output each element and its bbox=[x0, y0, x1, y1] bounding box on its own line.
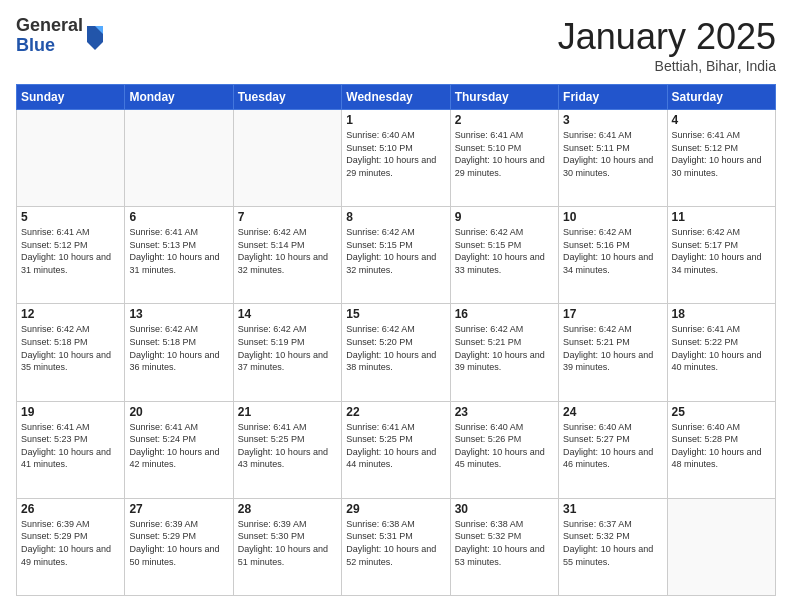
logo-blue: Blue bbox=[16, 35, 55, 55]
day-number: 4 bbox=[672, 113, 771, 127]
table-row: 15Sunrise: 6:42 AM Sunset: 5:20 PM Dayli… bbox=[342, 304, 450, 401]
day-info: Sunrise: 6:40 AM Sunset: 5:26 PM Dayligh… bbox=[455, 421, 554, 471]
table-row: 4Sunrise: 6:41 AM Sunset: 5:12 PM Daylig… bbox=[667, 110, 775, 207]
logo-icon bbox=[85, 22, 105, 50]
table-row: 11Sunrise: 6:42 AM Sunset: 5:17 PM Dayli… bbox=[667, 207, 775, 304]
title-block: January 2025 Bettiah, Bihar, India bbox=[558, 16, 776, 74]
day-number: 13 bbox=[129, 307, 228, 321]
day-number: 19 bbox=[21, 405, 120, 419]
table-row: 14Sunrise: 6:42 AM Sunset: 5:19 PM Dayli… bbox=[233, 304, 341, 401]
day-number: 9 bbox=[455, 210, 554, 224]
table-row: 13Sunrise: 6:42 AM Sunset: 5:18 PM Dayli… bbox=[125, 304, 233, 401]
day-number: 24 bbox=[563, 405, 662, 419]
day-info: Sunrise: 6:42 AM Sunset: 5:17 PM Dayligh… bbox=[672, 226, 771, 276]
day-number: 21 bbox=[238, 405, 337, 419]
logo-general: General bbox=[16, 15, 83, 35]
day-number: 12 bbox=[21, 307, 120, 321]
day-info: Sunrise: 6:42 AM Sunset: 5:15 PM Dayligh… bbox=[455, 226, 554, 276]
day-number: 27 bbox=[129, 502, 228, 516]
location: Bettiah, Bihar, India bbox=[558, 58, 776, 74]
day-info: Sunrise: 6:39 AM Sunset: 5:29 PM Dayligh… bbox=[129, 518, 228, 568]
day-info: Sunrise: 6:42 AM Sunset: 5:18 PM Dayligh… bbox=[129, 323, 228, 373]
table-row: 26Sunrise: 6:39 AM Sunset: 5:29 PM Dayli… bbox=[17, 498, 125, 595]
table-row: 2Sunrise: 6:41 AM Sunset: 5:10 PM Daylig… bbox=[450, 110, 558, 207]
table-row bbox=[667, 498, 775, 595]
day-info: Sunrise: 6:41 AM Sunset: 5:24 PM Dayligh… bbox=[129, 421, 228, 471]
table-row: 12Sunrise: 6:42 AM Sunset: 5:18 PM Dayli… bbox=[17, 304, 125, 401]
day-info: Sunrise: 6:42 AM Sunset: 5:16 PM Dayligh… bbox=[563, 226, 662, 276]
calendar-week-row: 1Sunrise: 6:40 AM Sunset: 5:10 PM Daylig… bbox=[17, 110, 776, 207]
table-row: 7Sunrise: 6:42 AM Sunset: 5:14 PM Daylig… bbox=[233, 207, 341, 304]
header-tuesday: Tuesday bbox=[233, 85, 341, 110]
logo: General Blue bbox=[16, 16, 105, 56]
day-info: Sunrise: 6:41 AM Sunset: 5:10 PM Dayligh… bbox=[455, 129, 554, 179]
day-info: Sunrise: 6:40 AM Sunset: 5:10 PM Dayligh… bbox=[346, 129, 445, 179]
table-row: 30Sunrise: 6:38 AM Sunset: 5:32 PM Dayli… bbox=[450, 498, 558, 595]
day-number: 23 bbox=[455, 405, 554, 419]
day-number: 11 bbox=[672, 210, 771, 224]
table-row: 6Sunrise: 6:41 AM Sunset: 5:13 PM Daylig… bbox=[125, 207, 233, 304]
table-row: 17Sunrise: 6:42 AM Sunset: 5:21 PM Dayli… bbox=[559, 304, 667, 401]
day-number: 15 bbox=[346, 307, 445, 321]
header-friday: Friday bbox=[559, 85, 667, 110]
day-info: Sunrise: 6:41 AM Sunset: 5:13 PM Dayligh… bbox=[129, 226, 228, 276]
day-number: 26 bbox=[21, 502, 120, 516]
table-row: 19Sunrise: 6:41 AM Sunset: 5:23 PM Dayli… bbox=[17, 401, 125, 498]
table-row: 29Sunrise: 6:38 AM Sunset: 5:31 PM Dayli… bbox=[342, 498, 450, 595]
header-monday: Monday bbox=[125, 85, 233, 110]
table-row: 20Sunrise: 6:41 AM Sunset: 5:24 PM Dayli… bbox=[125, 401, 233, 498]
table-row: 23Sunrise: 6:40 AM Sunset: 5:26 PM Dayli… bbox=[450, 401, 558, 498]
day-info: Sunrise: 6:40 AM Sunset: 5:28 PM Dayligh… bbox=[672, 421, 771, 471]
table-row: 16Sunrise: 6:42 AM Sunset: 5:21 PM Dayli… bbox=[450, 304, 558, 401]
calendar-week-row: 5Sunrise: 6:41 AM Sunset: 5:12 PM Daylig… bbox=[17, 207, 776, 304]
day-number: 2 bbox=[455, 113, 554, 127]
table-row: 10Sunrise: 6:42 AM Sunset: 5:16 PM Dayli… bbox=[559, 207, 667, 304]
day-number: 16 bbox=[455, 307, 554, 321]
table-row: 22Sunrise: 6:41 AM Sunset: 5:25 PM Dayli… bbox=[342, 401, 450, 498]
calendar-week-row: 26Sunrise: 6:39 AM Sunset: 5:29 PM Dayli… bbox=[17, 498, 776, 595]
month-title: January 2025 bbox=[558, 16, 776, 58]
logo-text: General Blue bbox=[16, 16, 105, 56]
day-number: 14 bbox=[238, 307, 337, 321]
day-number: 5 bbox=[21, 210, 120, 224]
day-number: 7 bbox=[238, 210, 337, 224]
day-info: Sunrise: 6:42 AM Sunset: 5:21 PM Dayligh… bbox=[455, 323, 554, 373]
day-number: 20 bbox=[129, 405, 228, 419]
table-row: 3Sunrise: 6:41 AM Sunset: 5:11 PM Daylig… bbox=[559, 110, 667, 207]
table-row: 5Sunrise: 6:41 AM Sunset: 5:12 PM Daylig… bbox=[17, 207, 125, 304]
day-info: Sunrise: 6:42 AM Sunset: 5:18 PM Dayligh… bbox=[21, 323, 120, 373]
day-number: 31 bbox=[563, 502, 662, 516]
header-thursday: Thursday bbox=[450, 85, 558, 110]
day-number: 18 bbox=[672, 307, 771, 321]
day-info: Sunrise: 6:41 AM Sunset: 5:12 PM Dayligh… bbox=[21, 226, 120, 276]
calendar-week-row: 19Sunrise: 6:41 AM Sunset: 5:23 PM Dayli… bbox=[17, 401, 776, 498]
day-number: 22 bbox=[346, 405, 445, 419]
day-number: 3 bbox=[563, 113, 662, 127]
table-row: 31Sunrise: 6:37 AM Sunset: 5:32 PM Dayli… bbox=[559, 498, 667, 595]
day-info: Sunrise: 6:42 AM Sunset: 5:14 PM Dayligh… bbox=[238, 226, 337, 276]
day-info: Sunrise: 6:41 AM Sunset: 5:12 PM Dayligh… bbox=[672, 129, 771, 179]
page: General Blue January 2025 Bettiah, Bihar… bbox=[0, 0, 792, 612]
day-info: Sunrise: 6:40 AM Sunset: 5:27 PM Dayligh… bbox=[563, 421, 662, 471]
day-info: Sunrise: 6:38 AM Sunset: 5:32 PM Dayligh… bbox=[455, 518, 554, 568]
header-sunday: Sunday bbox=[17, 85, 125, 110]
day-info: Sunrise: 6:39 AM Sunset: 5:29 PM Dayligh… bbox=[21, 518, 120, 568]
day-number: 29 bbox=[346, 502, 445, 516]
day-info: Sunrise: 6:42 AM Sunset: 5:20 PM Dayligh… bbox=[346, 323, 445, 373]
table-row bbox=[233, 110, 341, 207]
table-row bbox=[17, 110, 125, 207]
day-info: Sunrise: 6:41 AM Sunset: 5:11 PM Dayligh… bbox=[563, 129, 662, 179]
table-row: 21Sunrise: 6:41 AM Sunset: 5:25 PM Dayli… bbox=[233, 401, 341, 498]
day-number: 28 bbox=[238, 502, 337, 516]
table-row: 18Sunrise: 6:41 AM Sunset: 5:22 PM Dayli… bbox=[667, 304, 775, 401]
day-number: 17 bbox=[563, 307, 662, 321]
day-info: Sunrise: 6:42 AM Sunset: 5:21 PM Dayligh… bbox=[563, 323, 662, 373]
table-row: 28Sunrise: 6:39 AM Sunset: 5:30 PM Dayli… bbox=[233, 498, 341, 595]
table-row: 8Sunrise: 6:42 AM Sunset: 5:15 PM Daylig… bbox=[342, 207, 450, 304]
day-number: 30 bbox=[455, 502, 554, 516]
table-row: 27Sunrise: 6:39 AM Sunset: 5:29 PM Dayli… bbox=[125, 498, 233, 595]
table-row: 1Sunrise: 6:40 AM Sunset: 5:10 PM Daylig… bbox=[342, 110, 450, 207]
header: General Blue January 2025 Bettiah, Bihar… bbox=[16, 16, 776, 74]
table-row: 24Sunrise: 6:40 AM Sunset: 5:27 PM Dayli… bbox=[559, 401, 667, 498]
day-info: Sunrise: 6:41 AM Sunset: 5:22 PM Dayligh… bbox=[672, 323, 771, 373]
